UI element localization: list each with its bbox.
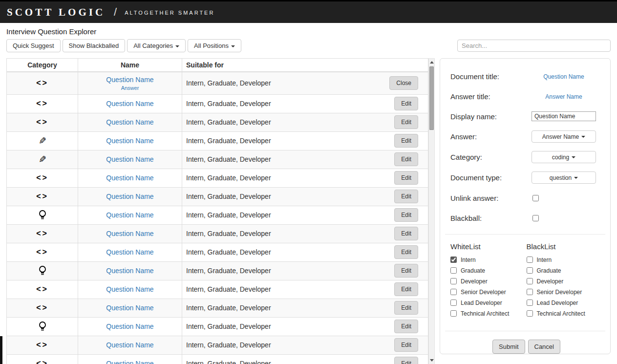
category-dropdown[interactable]: coding <box>532 151 596 163</box>
table-scrollbar[interactable] <box>428 58 435 364</box>
lightbulb-icon <box>7 210 78 220</box>
blackball-checkbox[interactable] <box>532 215 539 221</box>
suitable-cell: Intern, Graduate, DeveloperEdit <box>182 187 428 206</box>
edit-button[interactable]: Edit <box>394 338 418 352</box>
edit-button[interactable]: Edit <box>394 208 418 222</box>
show-blackballed-button[interactable]: Show Blackballed <box>63 39 126 52</box>
submit-button[interactable]: Submit <box>492 340 525 354</box>
question-name-link[interactable]: Question Name <box>106 248 153 256</box>
display-name-label: Display name: <box>450 112 532 121</box>
category-cell: <> <box>7 94 78 113</box>
suitable-text: Intern, Graduate, Developer <box>186 79 271 87</box>
scrollbar-down-button[interactable] <box>429 357 434 364</box>
filter-button-group: Quick Suggest Show Blackballed All Categ… <box>6 39 241 52</box>
whitelist-checkbox-graduate[interactable] <box>450 267 457 274</box>
edit-button[interactable]: Edit <box>394 264 418 278</box>
question-name-link[interactable]: Question Name <box>106 304 153 312</box>
question-name-link[interactable]: Question Name <box>106 193 153 200</box>
caret-down-icon <box>175 45 179 47</box>
whitelist-checkbox-intern[interactable] <box>450 257 457 263</box>
document-title-link[interactable]: Question Name <box>543 73 584 80</box>
blacklist-checkbox-developer[interactable] <box>527 278 533 284</box>
display-name-input[interactable] <box>532 111 596 121</box>
whitelist-checkbox-technical-architect[interactable] <box>450 310 457 317</box>
edit-button[interactable]: Edit <box>394 301 418 315</box>
edit-button[interactable]: Edit <box>394 152 418 166</box>
name-cell: Question Name <box>78 261 182 280</box>
question-name-link[interactable]: Question Name <box>106 230 153 237</box>
question-name-link[interactable]: Question Name <box>106 76 153 84</box>
name-cell: Question Name <box>78 336 182 354</box>
answer-dropdown-label: Answer Name <box>542 133 579 140</box>
table-row: <>Question NameAnswerIntern, Graduate, D… <box>7 72 428 94</box>
answer-title-link[interactable]: Answer Name <box>545 93 582 100</box>
category-cell <box>7 261 78 280</box>
scrollbar-up-button[interactable] <box>429 59 434 66</box>
table-row: Question NameIntern, Graduate, Developer… <box>7 261 428 280</box>
unlink-answer-checkbox[interactable] <box>532 195 539 201</box>
question-name-link[interactable]: Question Name <box>106 174 153 182</box>
edit-button[interactable]: Edit <box>394 97 418 110</box>
edit-button[interactable]: Edit <box>394 320 418 333</box>
suitable-text: Intern, Graduate, Developer <box>186 360 271 364</box>
name-cell: Question Name <box>78 113 182 131</box>
blacklist-checkbox-intern[interactable] <box>527 257 533 263</box>
suitable-text: Intern, Graduate, Developer <box>186 341 271 349</box>
categories-dropdown[interactable]: All Categories <box>127 39 186 52</box>
whitelist-checkbox-developer[interactable] <box>450 278 457 284</box>
question-name-link[interactable]: Question Name <box>106 267 153 275</box>
question-name-link[interactable]: Question Name <box>106 360 153 364</box>
code-icon: <> <box>36 118 48 126</box>
suitable-cell: Intern, Graduate, DeveloperEdit <box>182 169 428 187</box>
cancel-button[interactable]: Cancel <box>528 340 560 354</box>
suitable-cell: Intern, Graduate, DeveloperEdit <box>182 317 428 336</box>
whitelist-checkbox-lead-developer[interactable] <box>450 300 457 306</box>
question-name-link[interactable]: Question Name <box>106 118 153 126</box>
question-name-link[interactable]: Question Name <box>106 137 153 145</box>
question-name-link[interactable]: Question Name <box>106 322 153 330</box>
category-cell: <> <box>7 169 78 187</box>
edit-button[interactable]: Edit <box>394 171 418 185</box>
edit-button[interactable]: Edit <box>394 282 418 296</box>
suitable-cell: Intern, Graduate, DeveloperEdit <box>182 299 428 317</box>
question-name-link[interactable]: Question Name <box>106 285 153 293</box>
close-button[interactable]: Close <box>389 76 418 90</box>
blacklist-checkbox-graduate[interactable] <box>527 267 533 274</box>
top-brand-bar: SCOTT LOGIC / ALTOGETHER SMARTER <box>0 0 617 23</box>
edit-button[interactable]: Edit <box>394 115 418 129</box>
answer-dropdown[interactable]: Answer Name <box>532 130 596 143</box>
edit-button[interactable]: Edit <box>394 134 418 148</box>
scrollbar-thumb[interactable] <box>429 66 434 130</box>
caret-down-icon <box>581 136 585 138</box>
positions-dropdown[interactable]: All Positions <box>188 39 241 52</box>
name-cell: Question Name <box>78 243 182 261</box>
search-input[interactable] <box>457 40 611 52</box>
whitelist-checkbox-senior-developer[interactable] <box>450 289 457 295</box>
edit-button[interactable]: Edit <box>394 245 418 259</box>
cancel-label: Cancel <box>534 343 554 350</box>
category-cell: <> <box>7 113 78 131</box>
name-cell: Question Name <box>78 280 182 299</box>
name-cell: Question Name <box>78 354 182 364</box>
unlink-answer-label: Unlink answer: <box>450 194 532 202</box>
code-icon: <> <box>36 229 48 237</box>
question-name-link[interactable]: Question Name <box>106 341 153 349</box>
question-name-link[interactable]: Question Name <box>106 211 153 219</box>
quick-suggest-button[interactable]: Quick Suggest <box>6 39 61 52</box>
edit-button[interactable]: Edit <box>394 227 418 240</box>
question-table: Category Name Suitable for <>Question Na… <box>6 58 428 364</box>
blacklist-checkbox-lead-developer[interactable] <box>527 300 533 306</box>
question-name-link[interactable]: Question Name <box>106 100 153 107</box>
blacklist-checkbox-senior-developer[interactable] <box>527 289 533 295</box>
document-type-dropdown-label: question <box>550 174 572 181</box>
table-row: <>Question NameIntern, Graduate, Develop… <box>7 94 428 113</box>
category-cell: <> <box>7 280 78 299</box>
suitable-cell: Intern, Graduate, DeveloperEdit <box>182 243 428 261</box>
answer-link[interactable]: Answer <box>78 85 182 91</box>
blacklist-checkbox-technical-architect[interactable] <box>527 310 533 317</box>
edit-button[interactable]: Edit <box>394 190 418 203</box>
document-type-dropdown[interactable]: question <box>532 171 596 184</box>
edit-button[interactable]: Edit <box>394 357 418 364</box>
table-header-row: Category Name Suitable for <box>7 59 428 72</box>
question-name-link[interactable]: Question Name <box>106 155 153 163</box>
